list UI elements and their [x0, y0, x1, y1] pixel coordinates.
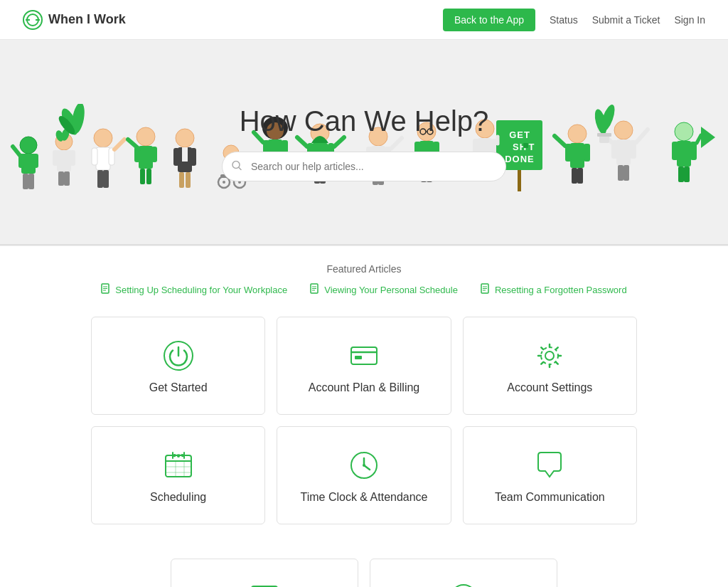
- svg-rect-32: [151, 147, 157, 162]
- svg-rect-18: [58, 171, 64, 186]
- svg-marker-118: [701, 127, 715, 148]
- svg-rect-126: [597, 133, 611, 137]
- card-timeclock[interactable]: Time Clock & Attendance: [277, 426, 451, 524]
- svg-point-48: [223, 181, 225, 184]
- svg-rect-105: [616, 139, 631, 165]
- question-icon: ?: [448, 582, 479, 587]
- card-faqs[interactable]: ? FAQs & Reference: [370, 559, 557, 587]
- logo-icon: [23, 10, 43, 30]
- svg-rect-30: [139, 146, 153, 169]
- svg-rect-116: [678, 166, 684, 182]
- doc-icon-1: [101, 283, 111, 297]
- svg-text:T: T: [529, 142, 535, 152]
- clock-icon: [348, 450, 380, 481]
- svg-rect-40: [182, 147, 188, 162]
- svg-rect-142: [355, 356, 362, 359]
- svg-line-73: [391, 138, 402, 149]
- svg-rect-98: [570, 143, 584, 168]
- svg-text:DONE: DONE: [505, 154, 535, 164]
- power-icon: [163, 340, 194, 371]
- svg-rect-117: [684, 166, 690, 182]
- svg-point-143: [545, 351, 554, 360]
- svg-rect-145: [166, 455, 191, 477]
- hero-section: How Can We Help?: [0, 40, 728, 246]
- logo-area[interactable]: When I Work: [23, 10, 126, 30]
- search-input[interactable]: [222, 152, 506, 181]
- gear-icon: [534, 340, 565, 371]
- svg-point-36: [176, 129, 194, 147]
- back-to-app-button[interactable]: Back to the App: [443, 9, 535, 31]
- svg-text:GET: GET: [509, 129, 530, 140]
- svg-point-97: [568, 125, 587, 143]
- card-settings[interactable]: Account Settings: [463, 317, 637, 415]
- svg-rect-24: [92, 148, 97, 165]
- logo-text: When I Work: [48, 12, 126, 27]
- svg-rect-11: [23, 174, 28, 189]
- svg-line-103: [555, 136, 565, 146]
- card-get-started-label: Get Started: [149, 381, 208, 394]
- doc-icon-2: [310, 283, 320, 297]
- card-billing[interactable]: Account Plan & Billing: [277, 317, 451, 415]
- chart-icon: [249, 582, 280, 587]
- svg-rect-38: [173, 148, 179, 166]
- svg-rect-101: [572, 168, 577, 184]
- svg-rect-17: [70, 150, 75, 166]
- featured-link-personal[interactable]: Viewing Your Personal Schedule: [310, 283, 458, 297]
- svg-rect-95: [518, 170, 521, 191]
- featured-link-scheduling-text: Setting Up Scheduling for Your Workplace: [115, 285, 287, 295]
- svg-rect-12: [28, 174, 34, 189]
- card-scheduling-label: Scheduling: [150, 491, 206, 504]
- svg-rect-19: [64, 171, 70, 186]
- svg-rect-113: [677, 141, 691, 166]
- card-timeclock-label: Time Clock & Attendance: [300, 491, 427, 504]
- hero-title: How Can We Help?: [240, 105, 489, 137]
- search-icon: [232, 160, 242, 172]
- submit-ticket-link[interactable]: Submit a Ticket: [592, 14, 660, 26]
- cards-grid-middle: Scheduling Time Clock & Attendance Te: [91, 426, 637, 524]
- svg-point-29: [136, 127, 155, 146]
- svg-rect-26: [97, 170, 103, 188]
- svg-rect-140: [351, 347, 377, 364]
- card-reporting[interactable]: Reporting: [171, 559, 358, 587]
- svg-line-66: [334, 137, 344, 147]
- svg-line-111: [636, 129, 648, 142]
- featured-link-personal-text: Viewing Your Personal Schedule: [324, 285, 458, 295]
- featured-section: Featured Articles Setting Up Scheduling …: [0, 246, 728, 305]
- svg-point-104: [614, 121, 633, 139]
- featured-articles-title: Featured Articles: [23, 263, 705, 275]
- card-billing-label: Account Plan & Billing: [309, 381, 420, 394]
- credit-card-icon: [348, 340, 380, 371]
- svg-rect-41: [179, 172, 184, 188]
- header-nav: Back to the App Status Submit a Ticket S…: [443, 9, 705, 31]
- svg-rect-15: [57, 150, 71, 171]
- card-scheduling[interactable]: Scheduling: [91, 426, 265, 524]
- cards-section: Get Started Account Plan & Billing: [0, 305, 728, 559]
- svg-line-5: [239, 167, 241, 169]
- svg-rect-34: [146, 169, 151, 184]
- card-communication[interactable]: Team Communication: [463, 426, 637, 524]
- sign-in-link[interactable]: Sign In: [674, 14, 705, 26]
- svg-rect-109: [623, 165, 629, 181]
- svg-rect-23: [96, 147, 110, 170]
- featured-link-password[interactable]: Resetting a Forgotten Password: [481, 283, 627, 297]
- svg-point-22: [94, 129, 112, 147]
- card-settings-label: Account Settings: [507, 381, 592, 394]
- status-link[interactable]: Status: [550, 14, 578, 26]
- chat-icon: [534, 450, 565, 481]
- doc-icon-3: [481, 283, 491, 297]
- svg-rect-93: [523, 143, 528, 148]
- svg-rect-10: [33, 154, 38, 168]
- cards-grid-top: Get Started Account Plan & Billing: [91, 317, 637, 415]
- svg-line-65: [297, 137, 307, 147]
- svg-rect-33: [140, 169, 145, 184]
- card-get-started[interactable]: Get Started: [91, 317, 265, 415]
- calendar-icon: [163, 450, 194, 481]
- card-communication-label: Team Communication: [495, 491, 605, 504]
- svg-rect-42: [186, 172, 191, 188]
- featured-links: Setting Up Scheduling for Your Workplace…: [23, 283, 705, 297]
- search-bar[interactable]: [222, 152, 506, 181]
- svg-line-13: [13, 147, 21, 157]
- featured-link-scheduling[interactable]: Setting Up Scheduling for Your Workplace: [101, 283, 287, 297]
- featured-link-password-text: Resetting a Forgotten Password: [495, 285, 627, 295]
- cards-bottom-row: Reporting ? FAQs & Reference: [0, 559, 728, 587]
